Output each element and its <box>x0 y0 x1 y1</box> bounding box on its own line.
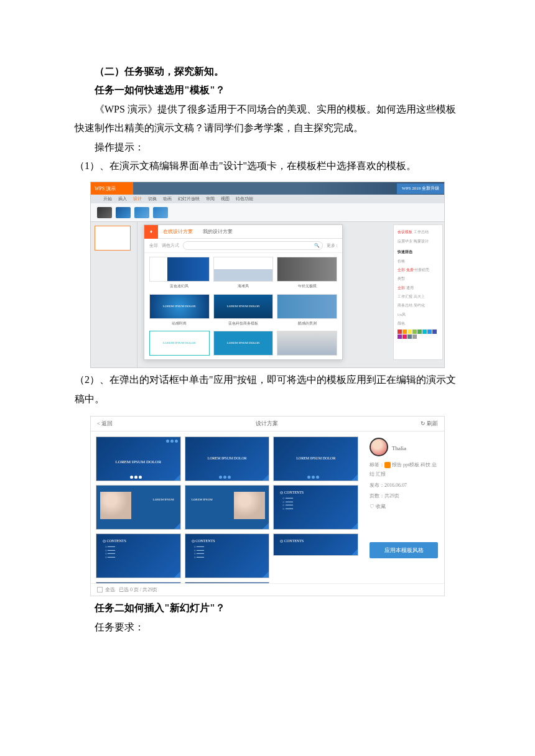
cat-item[interactable]: 会议模板 <box>398 230 412 234</box>
tab-view[interactable]: 视图 <box>221 195 230 203</box>
tab-feature[interactable]: 特色功能 <box>236 195 253 203</box>
template-name[interactable]: 海滩风 <box>213 283 274 290</box>
scheme-thumb[interactable]: LOREM IPSUM DOLOR <box>185 436 270 481</box>
task1-intro: 《WPS 演示》提供了很多适用于不同场合的美观、实用的模板。如何选用这些模板快速… <box>75 100 460 138</box>
refresh-button[interactable]: ↻ 刷新 <box>421 418 438 429</box>
scheme-thumb[interactable]: ◎ CONTENTS <box>273 533 358 556</box>
avatar <box>370 438 388 456</box>
date-row: 发布：2016.06.07 <box>370 481 438 490</box>
scheme-thumb[interactable] <box>96 582 181 583</box>
author-name: Thalia <box>392 443 406 454</box>
select-all-checkbox[interactable] <box>97 587 103 592</box>
step-2: （2）、在弹出的对话框中单击"应用"按钮，即可将选中的模板应用到正在编辑的演示文… <box>75 371 460 408</box>
scheme-thumb[interactable]: ◎ CONTENTS ○ ━━━━○ ━━━━○ ━━━━○ ━━━━ <box>185 533 270 578</box>
favorite-button[interactable]: ♡ 收藏 <box>370 502 438 511</box>
filter-sidebar: 会议模板 工作总结 应届毕业 晚宴设计 快速筛选 价格 全部 免费 付费稻壳 类… <box>393 224 443 360</box>
scheme-footer: 全选 已选 0 页 / 共29页 <box>91 583 444 596</box>
color-swatches[interactable] <box>398 330 439 339</box>
select-all-label[interactable]: 全选 <box>105 585 115 594</box>
slide-thumbnail[interactable] <box>95 226 131 251</box>
dialog-title: 设计方案 <box>256 418 278 429</box>
scheme-thumb[interactable]: LOREM IPSUM <box>185 485 270 530</box>
tab-design[interactable]: 设计 <box>133 195 142 203</box>
slide-panel <box>91 222 137 367</box>
search-input[interactable]: 🔍 <box>183 241 323 250</box>
operation-hint: 操作提示： <box>75 138 460 157</box>
scheme-thumb[interactable]: ◎ CONTENTS ○ ━━━━○ ━━━━○ ━━━━○ ━━━━ <box>273 485 358 530</box>
quick-filter-label: 快速筛选 <box>398 249 439 256</box>
cat-item[interactable]: 应届毕业 <box>398 239 412 243</box>
search-icon: 🔍 <box>314 242 320 250</box>
search-more[interactable]: 更多 | <box>327 242 337 250</box>
task2-title: 任务二如何插入"新幻灯片"？ <box>75 599 460 617</box>
price-label: 价格 <box>398 258 439 265</box>
section-heading: （二）任务驱动，探究新知。 <box>75 62 460 81</box>
template-name[interactable]: 蓝色科技商务模板 <box>213 320 274 327</box>
ribbon-template-thumb[interactable] <box>97 207 112 218</box>
task1-title: 任务一如何快速选用"模板"？ <box>75 81 460 99</box>
task2-requirement: 任务要求： <box>75 618 460 637</box>
tab-animation[interactable]: 动画 <box>163 195 172 203</box>
apply-button[interactable]: 应用本模板风格 <box>370 542 438 558</box>
type-label: 类型 <box>398 275 439 282</box>
step-1: （1）、在演示文稿编辑界面单击"设计"选项卡，在模板栏中选择喜欢的模板。 <box>75 157 460 175</box>
template-name[interactable]: 年轻无极限 <box>277 283 337 290</box>
template-name[interactable]: 动感时尚 <box>149 320 210 327</box>
cat-item[interactable]: 晚宴设计 <box>414 239 429 243</box>
wps-ribbon <box>91 203 444 222</box>
tags-row: 标签：报告 ppt模板 科技 总结 汇报 <box>370 460 438 479</box>
scheme-thumb[interactable]: ◎ CONTENTS ○ ━━━━○ ━━━━○ ━━━━○ ━━━━ <box>96 533 181 578</box>
wps-upgrade-badge[interactable]: WPS 2019 全新升级 <box>397 183 444 194</box>
scheme-grid: LOREM IPSUM DOLOR LOREM IPSUM DOLOR LORE… <box>96 436 358 583</box>
ribbon-template-thumb[interactable] <box>134 207 149 218</box>
cat-item[interactable]: 工作总结 <box>414 230 429 234</box>
tab-slideshow[interactable]: 幻灯片放映 <box>178 195 200 203</box>
wps-canvas: ♦ 在线设计方案 我的设计方案 全部 调色方式 🔍 更多 | 蓝色迷幻风 <box>137 222 444 367</box>
template-dialog: ♦ 在线设计方案 我的设计方案 全部 调色方式 🔍 更多 | 蓝色迷幻风 <box>144 224 343 360</box>
scheme-info-panel: Thalia 标签：报告 ppt模板 科技 总结 汇报 发布：2016.06.0… <box>363 431 444 583</box>
scheme-thumb[interactable]: LOREM IPSUM DOLOR <box>96 436 181 481</box>
search-filter[interactable]: 全部 <box>149 242 158 250</box>
wps-title-bar: WPS 演示 WPS 2019 全新升级 <box>91 182 444 195</box>
tab-review[interactable]: 审阅 <box>206 195 215 203</box>
tab-transition[interactable]: 切换 <box>148 195 157 203</box>
dialog-tab-mine[interactable]: 我的设计方案 <box>198 227 238 236</box>
flame-icon: ♦ <box>144 225 158 239</box>
wps-brand: WPS 演示 <box>95 184 116 193</box>
scheme-thumb[interactable]: LOREM IPSUM DOLOR <box>185 582 270 583</box>
pages-row: 页数：共29页 <box>370 491 438 500</box>
back-button[interactable]: < 返回 <box>97 418 113 429</box>
template-grid: 蓝色迷幻风 海滩风 年轻无极限 LOREM IPSUM DOLOR动感时尚 LO… <box>144 253 342 361</box>
tab-insert[interactable]: 插入 <box>118 195 127 203</box>
tag-badge-icon <box>384 462 391 468</box>
scheme-thumb[interactable]: LOREM IPSUM <box>96 485 181 530</box>
dialog-tab-online[interactable]: 在线设计方案 <box>158 227 198 236</box>
selection-info: 已选 0 页 / 共29页 <box>119 585 157 594</box>
wps-main-tabs: 开始 插入 设计 切换 动画 幻灯片放映 审阅 视图 特色功能 <box>91 195 444 203</box>
scheme-thumb[interactable]: LOREM IPSUM DOLOR <box>273 436 358 481</box>
ribbon-template-thumb[interactable] <box>116 207 131 218</box>
tab-start[interactable]: 开始 <box>103 195 112 203</box>
design-scheme-screenshot: < 返回 设计方案 ↻ 刷新 LOREM IPSUM DOLOR LOREM I… <box>90 416 445 596</box>
ribbon-template-thumb[interactable] <box>153 207 168 218</box>
search-filter[interactable]: 调色方式 <box>162 242 179 250</box>
template-name[interactable]: 蓝色迷幻风 <box>149 283 210 290</box>
template-name[interactable]: 酷感的美洲 <box>277 320 337 327</box>
wps-screenshot: WPS 演示 WPS 2019 全新升级 开始 插入 设计 切换 动画 幻灯片放… <box>90 182 445 368</box>
color-label: 颜色 <box>398 320 439 327</box>
